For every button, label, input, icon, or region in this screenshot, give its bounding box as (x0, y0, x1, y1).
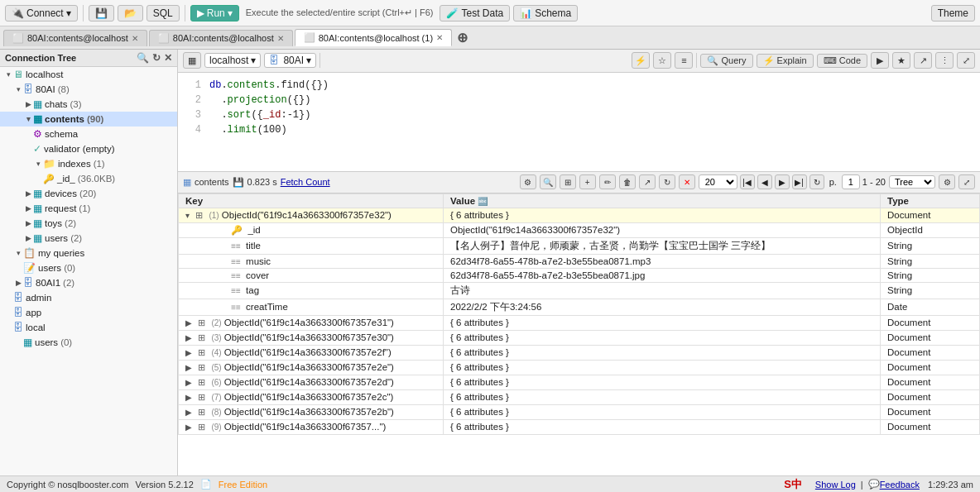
tab-1[interactable]: ⬜ 80AI:contents@localhost ✕ (3, 30, 147, 46)
table-row-5[interactable]: ▶ ⊞ (5) ObjectId("61f9c14a3663300f67357e… (179, 360, 980, 375)
query-button[interactable]: 🔍 Query (700, 54, 752, 68)
sidebar-item-chats[interactable]: ▶ ▦ chats (3) (0, 97, 177, 112)
expand-icon-row3[interactable]: ▶ (185, 333, 192, 342)
run-dropdown-icon[interactable]: ▾ (228, 7, 233, 19)
view-mode-select[interactable]: Tree Table JSON (889, 175, 935, 189)
sidebar-item-users-local[interactable]: ▦ users (0) (0, 335, 177, 350)
sidebar-item-80AI1[interactable]: ▶ 🗄 80AI1 (2) (0, 275, 177, 290)
expand-icon-row5[interactable]: ▶ (185, 363, 192, 372)
sidebar-item-admin[interactable]: 🗄 admin (0, 290, 177, 305)
count-toys: (2) (65, 218, 76, 228)
results-delete-icon[interactable]: 🗑 (619, 174, 636, 189)
page-size-select[interactable]: 20 50 100 (699, 174, 737, 189)
settings-icon-btn[interactable]: ≡ (675, 52, 693, 69)
new-tab-button[interactable]: ⊕ (457, 30, 468, 45)
sidebar-item-app[interactable]: 🗄 app (0, 305, 177, 320)
expand-icon-row1[interactable]: ▾ (185, 211, 190, 220)
doc-icon-row7: ⊞ (198, 392, 205, 402)
table-subrow-cover: ≡≡ cover 62d34f78-6a55-478b-a7e2-b3e55be… (179, 268, 980, 282)
bookmark-icon-btn[interactable]: ☆ (653, 52, 671, 69)
expand-icon-row6[interactable]: ▶ (185, 378, 192, 387)
expand-icon-row9[interactable]: ▶ (185, 423, 192, 432)
sidebar-item-toys[interactable]: ▶ ▦ toys (2) (0, 216, 177, 231)
run-code-icon-btn[interactable]: ▶ (871, 52, 889, 69)
table-row-2[interactable]: ▶ ⊞ (2) ObjectId("61f9c14a3663300f67357e… (179, 315, 980, 330)
code-button[interactable]: ⌨ Code (817, 54, 867, 68)
connect-dropdown-icon[interactable]: ▾ (66, 7, 71, 19)
sidebar-item-indexes[interactable]: ▾ 📁 indexes (1) (0, 156, 177, 171)
expand-icon-row7[interactable]: ▶ (185, 393, 192, 402)
results-edit-icon[interactable]: ✏ (599, 174, 616, 189)
table-row-4[interactable]: ▶ ⊞ (4) ObjectId("61f9c14a3663300f67357e… (179, 345, 980, 360)
show-log-link[interactable]: Show Log (815, 480, 856, 490)
code-editor[interactable]: 1 db.contents.find({}) 2 .projection({})… (178, 73, 980, 172)
prev-page-btn[interactable]: ◀ (757, 174, 772, 189)
sidebar-item-request[interactable]: ▶ ▦ request (1) (0, 201, 177, 216)
results-export-icon[interactable]: ↗ (639, 174, 656, 189)
expand-icon-row2[interactable]: ▶ (185, 318, 192, 327)
tab-3-close[interactable]: ✕ (436, 33, 443, 42)
results-expand-icon[interactable]: ⤢ (958, 174, 975, 189)
expand-icon-btn[interactable]: ⤢ (957, 52, 975, 69)
results-add-icon[interactable]: + (579, 174, 596, 189)
table-row-8[interactable]: ▶ ⊞ (8) ObjectId("61f9c14a3663300f67357e… (179, 404, 980, 419)
sidebar-item-local[interactable]: 🗄 local (0, 320, 177, 335)
expand-icon-row8[interactable]: ▶ (185, 408, 192, 417)
search-icon[interactable]: 🔍 (137, 52, 149, 64)
sidebar-item-contents[interactable]: ▾ ▦ contents (90) (0, 112, 177, 127)
connect-button[interactable]: 🔌 Connect ▾ (5, 5, 78, 21)
sidebar-item-schema[interactable]: ⚙ schema (0, 127, 177, 141)
expand-icon-row4[interactable]: ▶ (185, 348, 192, 357)
results-filter-icon[interactable]: ⊞ (560, 174, 576, 189)
refresh-page-btn[interactable]: ↻ (809, 174, 824, 189)
open-button[interactable]: 📂 (118, 5, 143, 21)
sidebar-item-localhost[interactable]: ▾ 🖥 localhost (0, 67, 177, 82)
db-name-select[interactable]: 🗄 80AI ▾ (264, 53, 316, 68)
last-page-btn[interactable]: ▶| (792, 174, 807, 189)
sidebar-item-80AI[interactable]: ▾ 🗄 80AI (8) (0, 82, 177, 97)
sidebar-item-my-queries[interactable]: ▾ 📋 my queries (0, 246, 177, 260)
results-search-icon[interactable]: 🔍 (540, 174, 556, 189)
tab-3[interactable]: ⬜ 80AI:contents@localhost (1) ✕ (295, 29, 452, 46)
doc-icon-row2: ⊞ (198, 318, 205, 327)
table-row-expanded[interactable]: ▾ ⊞ (1) ObjectId("61f9c14a3663300f67357e… (179, 208, 980, 222)
view-settings-icon[interactable]: ⚙ (939, 174, 955, 189)
sidebar-item-validator[interactable]: ✓ validator (empty) (0, 141, 177, 156)
fetch-link[interactable]: Fetch Count (281, 177, 330, 187)
save-button[interactable]: 💾 (89, 5, 114, 21)
schema-button[interactable]: 📊 Schema (513, 5, 578, 21)
explain-button[interactable]: ⚡ Explain (757, 54, 814, 68)
sidebar-item-users-query[interactable]: 📝 users (0) (0, 260, 177, 275)
next-page-btn[interactable]: ▶ (775, 174, 790, 189)
sidebar-item-_id[interactable]: 🔑 _id_ (36.0KB) (0, 171, 177, 186)
collection-icon-btn[interactable]: ▦ (183, 52, 201, 69)
feedback-link[interactable]: Feedback (880, 480, 920, 490)
row7-value: { 6 attributes } (444, 389, 881, 404)
first-page-btn[interactable]: |◀ (740, 174, 755, 189)
theme-button[interactable]: Theme (931, 5, 975, 21)
sidebar-item-users[interactable]: ▶ ▦ users (2) (0, 231, 177, 246)
star-icon-btn[interactable]: ⚡ (632, 52, 650, 69)
results-copy-icon[interactable]: ⚙ (520, 174, 536, 189)
share-icon-btn[interactable]: ↗ (914, 52, 932, 69)
table-row-7[interactable]: ▶ ⊞ (7) ObjectId("61f9c14a3663300f67357e… (179, 389, 980, 404)
test-data-button[interactable]: 🧪 Test Data (440, 5, 510, 21)
results-stop-icon[interactable]: ✕ (679, 174, 695, 189)
close-sidebar-icon[interactable]: ✕ (164, 52, 172, 64)
page-input[interactable] (842, 174, 860, 189)
more-options-icon-btn[interactable]: ⋮ (935, 52, 954, 69)
run-button[interactable]: ▶ Run ▾ (190, 5, 239, 21)
sql-button[interactable]: SQL (147, 5, 180, 21)
tab-2[interactable]: ⬜ 80AI:contents@localhost ✕ (149, 30, 293, 46)
db-host-select[interactable]: localhost ▾ (204, 53, 261, 68)
count-indexes: (1) (94, 159, 105, 169)
tab-1-close[interactable]: ✕ (132, 34, 138, 43)
results-refresh-icon[interactable]: ↻ (659, 174, 675, 189)
tab-2-close[interactable]: ✕ (277, 34, 284, 43)
refresh-icon[interactable]: ↻ (152, 52, 161, 64)
sidebar-item-devices[interactable]: ▶ ▦ devices (20) (0, 186, 177, 201)
table-row-3[interactable]: ▶ ⊞ (3) ObjectId("61f9c14a3663300f67357e… (179, 330, 980, 345)
table-row-9[interactable]: ▶ ⊞ (9) ObjectId("61f9c14a3663300f67357.… (179, 419, 980, 434)
table-row-6[interactable]: ▶ ⊞ (6) ObjectId("61f9c14a3663300f67357e… (179, 375, 980, 389)
star-fav-icon-btn[interactable]: ★ (892, 52, 910, 69)
